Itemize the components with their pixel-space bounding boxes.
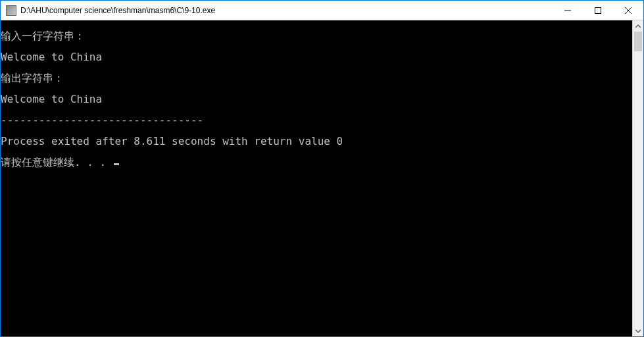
- cursor: [114, 163, 119, 165]
- window-controls: [553, 1, 643, 20]
- scroll-up-button[interactable]: [633, 20, 643, 32]
- console-line: Process exited after 8.611 seconds with …: [1, 136, 632, 147]
- chevron-down-icon: [635, 328, 641, 334]
- minimize-icon: [564, 7, 571, 14]
- app-icon: [6, 5, 16, 16]
- svg-rect-1: [595, 7, 601, 13]
- console-line: Welcome to China: [1, 94, 632, 105]
- console-line: --------------------------------: [1, 115, 632, 126]
- chevron-up-icon: [635, 24, 641, 29]
- console-output[interactable]: 输入一行字符串： Welcome to China 输出字符串： Welcome…: [1, 20, 632, 336]
- scroll-track[interactable]: [633, 32, 643, 325]
- titlebar: D:\AHU\computer science\freshman\masm6\C…: [1, 1, 643, 20]
- close-button[interactable]: [613, 1, 643, 20]
- console-line: 输出字符串：: [1, 73, 632, 84]
- console-line: Welcome to China: [1, 52, 632, 63]
- console-text: 请按任意键继续. . .: [1, 156, 112, 168]
- scroll-thumb[interactable]: [634, 32, 642, 51]
- close-icon: [625, 7, 632, 14]
- minimize-button[interactable]: [553, 1, 583, 20]
- maximize-icon: [595, 7, 601, 14]
- console-line: 输入一行字符串：: [1, 31, 632, 41]
- window-title: D:\AHU\computer science\freshman\masm6\C…: [20, 6, 553, 15]
- console-line: 请按任意键继续. . .: [1, 157, 632, 168]
- maximize-button[interactable]: [583, 1, 613, 20]
- console-area: 输入一行字符串： Welcome to China 输出字符串： Welcome…: [1, 20, 643, 336]
- scroll-down-button[interactable]: [633, 325, 643, 336]
- vertical-scrollbar[interactable]: [632, 20, 643, 336]
